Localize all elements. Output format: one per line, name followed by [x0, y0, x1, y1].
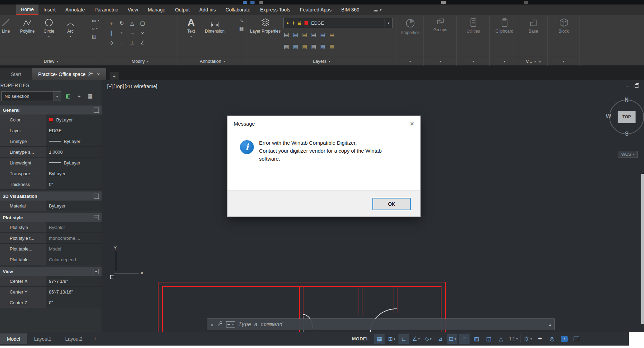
- wcs-dropdown[interactable]: WCS ▾: [618, 151, 638, 158]
- modify-tool-icon[interactable]: ↻: [117, 18, 127, 28]
- close-icon[interactable]: ×: [97, 71, 100, 77]
- annotation-monitor-button[interactable]: +: [535, 334, 545, 344]
- grid-display-toggle[interactable]: ▦: [374, 334, 385, 344]
- annotation-panel-title[interactable]: Annotation ▾: [178, 57, 247, 66]
- tab-addins[interactable]: Add-ins: [195, 5, 221, 15]
- snap-mode-toggle[interactable]: ⊞▾: [386, 334, 397, 344]
- tab-collaborate[interactable]: Collaborate: [221, 5, 255, 15]
- modify-tool-icon[interactable]: ∠: [137, 38, 148, 48]
- annotation-visibility-toggle[interactable]: △: [496, 334, 506, 344]
- modify-tool-icon[interactable]: △: [127, 18, 137, 28]
- transparency-value[interactable]: ByLayer: [46, 168, 102, 179]
- modify-tool-icon[interactable]: ×: [137, 28, 148, 38]
- new-layout-button[interactable]: +: [94, 336, 97, 342]
- layer-tool-icon[interactable]: ▤: [284, 32, 289, 38]
- transparency-toggle[interactable]: ▨: [471, 334, 482, 344]
- tab-layout2[interactable]: Layout2: [58, 333, 89, 344]
- groups-panel-title[interactable]: ▾: [424, 57, 456, 66]
- table-tool-button[interactable]: ▦: [239, 26, 244, 31]
- center-x-value[interactable]: 97'-7 1/8": [46, 276, 102, 286]
- material-value[interactable]: ByLayer: [46, 201, 102, 211]
- ok-button[interactable]: OK: [372, 198, 411, 210]
- modify-tool-icon[interactable]: ≡: [117, 38, 127, 48]
- tab-express-tools[interactable]: Express Tools: [255, 5, 295, 15]
- viewport-view-control[interactable]: [Top]: [113, 84, 124, 89]
- line-tool-button[interactable]: Line: [0, 15, 17, 38]
- layer-tool-icon[interactable]: ▤: [284, 43, 289, 50]
- modify-tool-icon[interactable]: ▢: [137, 18, 148, 28]
- selection-cycling-toggle[interactable]: ◱: [483, 334, 494, 344]
- dimension-tool-button[interactable]: Dimension: [202, 15, 227, 38]
- linetype-scale-value[interactable]: 1.0000: [46, 147, 102, 157]
- groups-button[interactable]: Groups: [430, 15, 451, 32]
- circle-tool-button[interactable]: Circle ▾: [38, 15, 60, 38]
- viewcube-north[interactable]: N: [625, 97, 629, 103]
- chevron-down-icon[interactable]: ▾: [53, 92, 61, 101]
- close-icon[interactable]: ×: [410, 120, 414, 127]
- modify-tool-icon[interactable]: ≈: [117, 28, 127, 38]
- object-snap-tracking-toggle[interactable]: ⊿: [435, 334, 445, 344]
- tab-featured-apps[interactable]: Featured Apps: [295, 5, 336, 15]
- annotation-scale-button[interactable]: 1:1▾: [508, 334, 519, 344]
- text-tool-button[interactable]: A Text ▾: [180, 15, 202, 38]
- properties-panel-title[interactable]: ▾: [397, 57, 423, 66]
- collapse-icon[interactable]: −: [94, 108, 99, 113]
- viewcube-top-face[interactable]: TOP: [618, 111, 636, 123]
- viewcube-south[interactable]: S: [625, 131, 629, 137]
- section-view[interactable]: View −: [0, 267, 102, 276]
- chevron-down-icon[interactable]: ▾: [385, 18, 392, 28]
- tab-insert[interactable]: Insert: [38, 5, 60, 15]
- thickness-value[interactable]: 0": [46, 179, 102, 189]
- linetype-value[interactable]: ByLayer: [46, 136, 102, 146]
- block-button[interactable]: Block: [553, 15, 575, 34]
- section-plot-style[interactable]: Plot style −: [0, 213, 102, 222]
- lineweight-toggle[interactable]: ≡: [459, 334, 470, 344]
- block-panel-title[interactable]: ▾: [548, 57, 579, 66]
- properties-button[interactable]: Properties: [400, 15, 421, 35]
- utilities-button[interactable]: Utilities: [463, 15, 484, 34]
- cloud-menu-button[interactable]: ☁ ▾: [373, 5, 381, 15]
- layer-tool-icon[interactable]: ▤: [293, 32, 298, 38]
- workspace-switching-button[interactable]: ▾: [523, 334, 533, 344]
- rectangle-tool-button[interactable]: ▭ ▾: [92, 18, 99, 23]
- clipboard-button[interactable]: Clipboard: [494, 15, 515, 34]
- modify-tool-icon[interactable]: ⊥: [127, 38, 137, 48]
- command-history-icon[interactable]: ▴: [549, 322, 551, 327]
- modify-tool-icon[interactable]: ∥: [106, 28, 117, 38]
- center-y-value[interactable]: 86'-7 13/16": [46, 287, 102, 297]
- tab-home[interactable]: Home: [16, 5, 38, 15]
- collapse-icon[interactable]: −: [94, 215, 99, 220]
- tab-layout1[interactable]: Layout1: [27, 333, 58, 344]
- isometric-drafting-toggle[interactable]: ◇▾: [423, 334, 433, 344]
- tab-bim360[interactable]: BIM 360: [336, 5, 364, 15]
- tab-annotate[interactable]: Annotate: [60, 5, 89, 15]
- leader-tool-button[interactable]: ↘: [239, 18, 244, 23]
- base-button[interactable]: Base: [523, 15, 544, 34]
- ellipse-tool-button[interactable]: ○ ▾: [92, 26, 99, 31]
- tab-parametric[interactable]: Parametric: [89, 5, 123, 15]
- select-objects-icon[interactable]: +: [75, 92, 83, 100]
- tab-output[interactable]: Output: [170, 5, 195, 15]
- panel-launcher-icon[interactable]: ↘: [538, 59, 541, 63]
- vertical-scrollbar[interactable]: [641, 174, 644, 324]
- hatch-tool-button[interactable]: ▨: [92, 34, 99, 39]
- layer-value[interactable]: EDGE: [46, 125, 102, 136]
- ortho-toggle[interactable]: ∟: [398, 334, 409, 344]
- layer-tool-icon[interactable]: ▤: [311, 32, 316, 38]
- color-value[interactable]: ByLayer: [46, 114, 102, 125]
- restore-icon[interactable]: [635, 84, 638, 88]
- layer-tool-icon[interactable]: ▤: [311, 43, 316, 50]
- layer-tool-icon[interactable]: ▤: [320, 43, 325, 50]
- lineweight-value[interactable]: ByLayer: [46, 158, 102, 168]
- collapse-icon[interactable]: −: [94, 194, 99, 199]
- arc-tool-button[interactable]: Arc ▾: [60, 15, 81, 38]
- recent-commands-icon[interactable]: ▾: [226, 321, 235, 328]
- selection-dropdown[interactable]: No selection ▾: [1, 91, 61, 101]
- hardware-acceleration-button[interactable]: /: [559, 334, 569, 344]
- layer-tool-icon[interactable]: ▤: [320, 32, 325, 38]
- draw-panel-title[interactable]: Draw ▾: [0, 57, 102, 66]
- clean-screen-button[interactable]: [571, 334, 582, 344]
- customize-wrench-icon[interactable]: [217, 321, 223, 328]
- isolate-objects-button[interactable]: ◎: [547, 334, 557, 344]
- clipboard-panel-title[interactable]: ▾: [490, 57, 519, 66]
